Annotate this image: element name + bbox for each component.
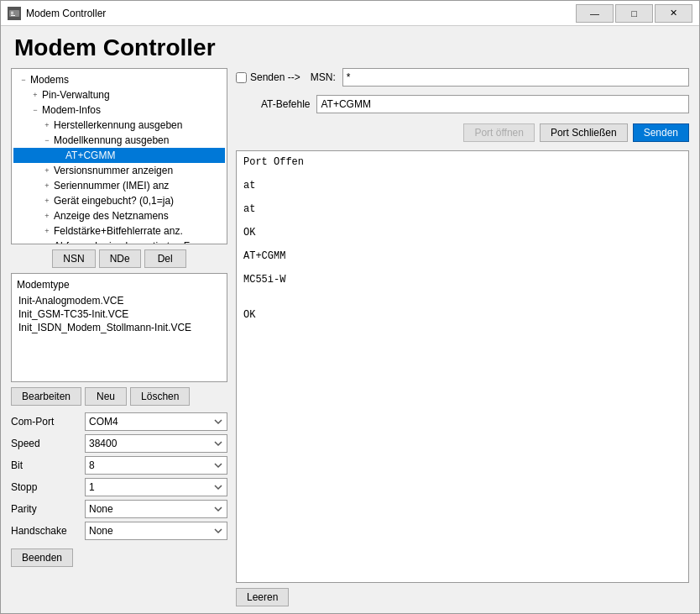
modemtype-container: Modemtype Init-Analogmodem.VCEInit_GSM-T… [11,273,227,382]
titlebar: Modem Controller — □ ✕ [1,1,699,26]
port-buttons: Port öffnen Port Schließen Senden [236,123,689,142]
tree-item[interactable]: +Gerät eingebucht? (0,1=ja) [13,193,225,208]
at-input[interactable] [316,95,689,113]
minimize-button[interactable]: — [576,4,614,23]
tree-item-label: Pin-Verwaltung [42,89,110,101]
tree-item-label: Modems [30,74,69,86]
leeren-area: Leeren [236,588,689,606]
svg-rect-1 [11,12,13,13]
titlebar-title: Modem Controller [26,8,576,19]
loeschen-button[interactable]: Löschen [130,387,190,406]
com-setting-select[interactable]: COM1COM2COM3COM4COM5 [85,412,227,431]
left-panel: −Modems+Pin-Verwaltung−Modem-Infos+Herst… [11,68,227,606]
tree-item[interactable]: +Herstellerkennung ausgeben [13,118,225,133]
msn-row: Senden --> MSN: [236,68,689,87]
tree-item[interactable]: +Versionsnummer anzeigen [13,163,225,178]
com-setting-select[interactable]: NoneHardwareSoftware [85,522,227,540]
tree-expander[interactable]: + [40,239,54,244]
tree-expander[interactable]: − [40,134,54,147]
tree-item[interactable]: +Feldstärke+Bitfehlerrate anz. [13,223,225,239]
com-setting-label: Com-Port [11,416,78,428]
com-setting-label: Parity [11,503,78,515]
com-setting-select[interactable]: 12 [85,478,227,496]
tree-item[interactable]: +Abfrage der implementierten Fe… [13,239,225,244]
beenden-area: Beenden [11,545,227,570]
tree-item[interactable]: AT+CGMM [13,148,225,163]
tree-expander[interactable] [52,149,65,162]
com-setting-label: Speed [11,438,78,449]
tree-item[interactable]: −Modellkennung ausgeben [13,133,225,148]
tree-item-label: Abfrage der implementierten Fe… [54,240,206,244]
tree-expander[interactable]: − [29,103,42,117]
tree-item-label: Versionsnummer anzeigen [54,165,173,176]
tree-item[interactable]: −Modems [13,72,225,87]
tree-expander[interactable]: + [40,224,54,238]
tree-expander[interactable]: + [40,194,54,207]
tree-expander[interactable]: + [40,209,54,223]
app-icon [8,7,21,20]
tree-expander[interactable]: + [40,164,54,177]
tree-item[interactable]: +Anzeige des Netznamens [13,208,225,223]
at-label: AT-Befehle [261,98,310,110]
tree-expander[interactable]: + [40,118,54,132]
tree-item-label: Gerät eingebucht? (0,1=ja) [54,195,174,207]
tree-expander[interactable]: + [40,179,54,192]
right-panel: Senden --> MSN: AT-Befehle Port öffnen P… [236,68,689,606]
nsn-button[interactable]: NSN [52,249,95,268]
tree-item-label: Modem-Infos [42,104,101,116]
com-setting-label: Handschake [11,525,78,537]
port-open-button[interactable]: Port öffnen [463,123,535,142]
com-setting-select[interactable]: 78 [85,456,227,475]
tree-expander[interactable]: + [29,88,42,102]
leeren-button[interactable]: Leeren [236,588,289,606]
tree-item-label: Modellkennung ausgeben [54,134,169,146]
del-button[interactable]: Del [144,249,186,268]
close-button[interactable]: ✕ [655,4,692,23]
com-settings: Com-PortCOM1COM2COM3COM4COM5Speed9600192… [11,412,227,540]
tree-nav-buttons: NSN NDe Del [11,249,227,268]
svg-rect-2 [11,13,13,14]
modemtype-title: Modemtype [17,279,222,291]
tree-container: −Modems+Pin-Verwaltung−Modem-Infos+Herst… [11,68,227,244]
maximize-button[interactable]: □ [615,4,653,23]
modemtype-item[interactable]: Init-Analogmodem.VCE [17,294,222,307]
senden-checkbox-label[interactable]: Senden --> [236,71,300,83]
port-close-button[interactable]: Port Schließen [540,123,628,142]
com-setting-label: Bit [11,459,78,471]
window-controls: — □ ✕ [576,4,692,23]
beenden-button[interactable]: Beenden [11,548,73,567]
modemtype-item[interactable]: Init_GSM-TC35-Init.VCE [17,307,222,321]
nde-button[interactable]: NDe [99,249,141,268]
tree-item-label: Anzeige des Netznamens [54,210,169,222]
app-title: Modem Controller [1,26,699,68]
main-window: Modem Controller — □ ✕ Modem Controller … [0,0,700,614]
neu-button[interactable]: Neu [85,387,127,406]
tree-item-label: Herstellerkennung ausgeben [54,119,182,131]
tree-expander[interactable]: − [17,73,30,87]
tree-item-label: Feldstärke+Bitfehlerrate anz. [54,225,183,237]
senden-label: Senden --> [250,71,300,83]
tree-scroll[interactable]: −Modems+Pin-Verwaltung−Modem-Infos+Herst… [12,69,227,244]
tree-item-label: AT+CGMM [65,150,115,161]
tree-item-label: Seriennummer (IMEI) anz [54,180,169,192]
senden-checkbox[interactable] [236,72,247,83]
at-row: AT-Befehle [236,95,689,113]
modemtype-buttons: Bearbeiten Neu Löschen [11,387,227,406]
senden-button[interactable]: Senden [633,123,689,142]
msn-label: MSN: [311,71,336,83]
terminal-output[interactable]: Port Offen at at OK AT+CGMM MC55i-W OK [236,150,689,583]
com-setting-select[interactable]: 9600192003840057600115200 [85,434,227,453]
com-setting-label: Stopp [11,481,78,493]
tree-item[interactable]: +Seriennummer (IMEI) anz [13,178,225,193]
tree-item[interactable]: +Pin-Verwaltung [13,87,225,102]
main-content: −Modems+Pin-Verwaltung−Modem-Infos+Herst… [1,68,699,613]
svg-rect-3 [11,15,15,16]
msn-input[interactable] [342,68,689,87]
bearbeiten-button[interactable]: Bearbeiten [11,387,81,406]
modemtype-item[interactable]: Init_ISDN_Modem_Stollmann-Init.VCE [17,321,222,334]
tree-item[interactable]: −Modem-Infos [13,102,225,118]
com-setting-select[interactable]: NoneEvenOdd [85,500,227,518]
